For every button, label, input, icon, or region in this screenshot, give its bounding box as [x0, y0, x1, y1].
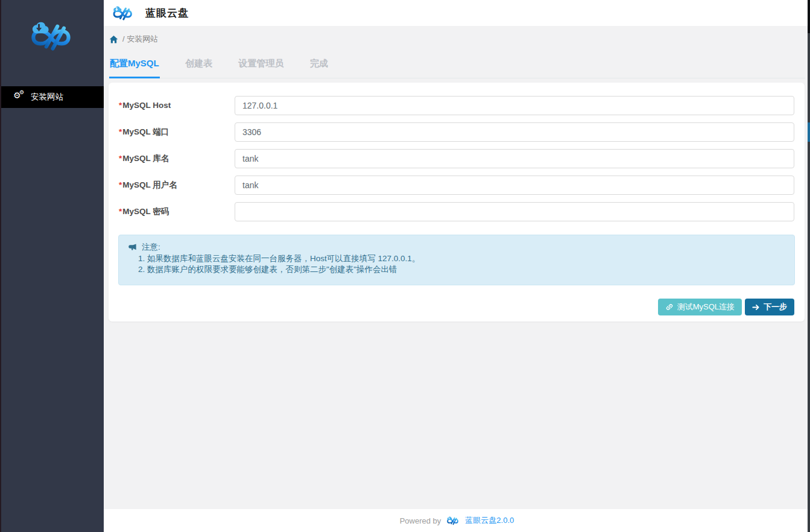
- notice-line-1: 1. 如果数据库和蓝眼云盘安装在同一台服务器，Host可以直接填写 127.0.…: [138, 253, 785, 264]
- breadcrumb: / 安装网站: [109, 34, 158, 45]
- bullhorn-icon: [128, 243, 138, 252]
- scrollbar-track[interactable]: [808, 0, 810, 532]
- sidebar-item-label: 安装网站: [31, 92, 63, 103]
- footer-brand-link[interactable]: 蓝眼云盘2.0.0: [465, 515, 514, 526]
- sidebar-item-install-site[interactable]: ⚙⚙ 安装网站: [0, 86, 104, 108]
- breadcrumb-path: / 安装网站: [122, 34, 158, 45]
- scrollbar-top-cap: [808, 0, 810, 33]
- scrollbar-thumb[interactable]: [808, 122, 810, 142]
- mysql-database-input[interactable]: [235, 149, 794, 168]
- mysql-username-input[interactable]: [235, 176, 794, 195]
- app-logo-icon: [109, 5, 138, 21]
- sidebar: ⚙⚙ 安装网站: [0, 0, 104, 532]
- form-row-mysql-password: *MySQL 密码: [109, 202, 805, 221]
- notice-line-2: 2. 数据库账户的权限要求要能够创建表，否则第二步"创建表"操作会出错: [138, 264, 785, 275]
- link-icon: [665, 303, 674, 311]
- mysql-password-input[interactable]: [235, 202, 794, 221]
- mysql-database-label: *MySQL 库名: [119, 149, 169, 168]
- app-logo-icon: [24, 17, 80, 54]
- wizard-tabs: 配置MySQL 创建表 设置管理员 完成: [109, 55, 805, 78]
- form-row-mysql-database: *MySQL 库名: [109, 149, 805, 168]
- mysql-password-label: *MySQL 密码: [119, 202, 169, 221]
- tab-set-admin[interactable]: 设置管理员: [238, 55, 285, 77]
- mysql-username-label: *MySQL 用户名: [119, 176, 177, 195]
- footer-logo-icon: [445, 516, 461, 525]
- tab-configure-mysql[interactable]: 配置MySQL: [109, 55, 160, 78]
- mysql-port-label: *MySQL 端口: [119, 122, 169, 142]
- mysql-host-input[interactable]: [235, 96, 794, 115]
- mysql-config-card: *MySQL Host *MySQL 端口 *MySQL 库名 *MySQL 用…: [109, 83, 805, 321]
- notice-title: 注意:: [142, 242, 160, 253]
- tab-finish[interactable]: 完成: [309, 55, 329, 77]
- home-icon[interactable]: [109, 35, 118, 44]
- next-step-button[interactable]: 下一步: [745, 299, 794, 315]
- top-header: 蓝眼云盘: [104, 0, 810, 26]
- app-title: 蓝眼云盘: [145, 6, 189, 20]
- form-row-mysql-port: *MySQL 端口: [109, 122, 805, 142]
- form-actions: 测试MySQL连接 下一步: [658, 299, 794, 315]
- mysql-port-input[interactable]: [235, 122, 794, 142]
- mysql-host-label: *MySQL Host: [119, 96, 171, 115]
- form-row-mysql-host: *MySQL Host: [109, 96, 805, 115]
- main-area: 蓝眼云盘 / 安装网站 配置MySQL 创建表 设置管理员 完成 *MySQL …: [104, 0, 810, 532]
- form-row-mysql-username: *MySQL 用户名: [109, 176, 805, 195]
- test-mysql-connection-button[interactable]: 测试MySQL连接: [658, 299, 742, 315]
- powered-by-text: Powered by: [400, 516, 441, 525]
- window-left-edge: [0, 0, 1, 532]
- cogs-icon: ⚙⚙: [13, 92, 24, 102]
- arrow-right-icon: [752, 303, 760, 311]
- notice-box: 注意: 1. 如果数据库和蓝眼云盘安装在同一台服务器，Host可以直接填写 12…: [118, 235, 795, 285]
- tab-create-tables[interactable]: 创建表: [185, 55, 213, 77]
- footer: Powered by 蓝眼云盘2.0.0: [104, 509, 810, 532]
